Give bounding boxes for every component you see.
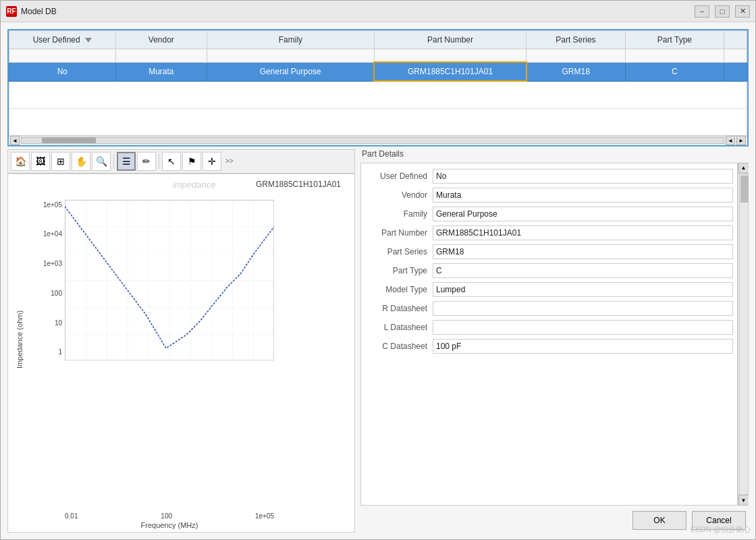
toolbar-list-btn[interactable]: ☰ <box>117 152 136 171</box>
toolbar-more[interactable]: >> <box>223 157 236 165</box>
svg-rect-1 <box>65 200 274 360</box>
value-model-type[interactable] <box>433 282 733 297</box>
filter-user-defined[interactable]: Filter <box>9 49 116 63</box>
col-header-family[interactable]: Family <box>207 31 374 49</box>
col-header-vendor[interactable]: Vendor <box>115 31 207 49</box>
x-tick-0: 0.01 <box>65 512 78 520</box>
value-r-datasheet[interactable] <box>433 301 733 316</box>
filter-part-type[interactable]: Filter <box>625 49 724 63</box>
label-part-number: Part Number <box>365 228 433 238</box>
scroll-right-arrow-1[interactable]: ◄ <box>726 136 735 145</box>
y-tick-5: 1 <box>31 348 62 356</box>
label-c-datasheet: C Datasheet <box>365 342 433 351</box>
toolbar-arrow-btn[interactable]: ↖ <box>162 152 181 171</box>
scroll-down-arrow[interactable]: ▼ <box>738 495 749 506</box>
value-family[interactable] <box>433 207 733 221</box>
toolbar-pen-btn[interactable]: ✏ <box>137 152 156 171</box>
empty-row-1 <box>9 81 747 108</box>
value-part-series[interactable] <box>433 244 733 259</box>
filter-part-number[interactable]: GRM1885C1H101 <box>374 49 526 63</box>
col-header-part-series[interactable]: Part Series <box>526 31 625 49</box>
filter-vendor[interactable]: Filter <box>115 49 207 63</box>
left-panel: 🏠 🖼 ⊞ ✋ 🔍 ☰ ✏ ↖ ⚑ ✛ >> impedance <box>7 149 355 533</box>
toolbar-separator-1 <box>113 154 114 169</box>
x-tick-2: 1e+05 <box>255 512 274 520</box>
toolbar-crosshair-btn[interactable]: ✛ <box>202 152 221 171</box>
window-title: Model DB <box>21 7 695 16</box>
app-icon: RF <box>6 6 17 17</box>
filter-icon <box>85 38 92 43</box>
y-axis-label: Impedance (ohm) <box>16 310 24 369</box>
toolbar-image-btn[interactable]: 🖼 <box>31 152 50 171</box>
right-panel: Part Details User Defined Vendor <box>360 149 749 533</box>
toolbar-home-btn[interactable]: 🏠 <box>11 152 30 171</box>
toolbar: 🏠 🖼 ⊞ ✋ 🔍 ☰ ✏ ↖ ⚑ ✛ >> <box>7 149 355 173</box>
table-header-row: User Defined Vendor Family Part Number <box>9 31 747 49</box>
label-vendor: Vendor <box>365 190 433 200</box>
data-table-section: User Defined Vendor Family Part Number <box>7 29 749 146</box>
filter-family-input[interactable]: Filter <box>211 51 370 59</box>
value-vendor[interactable] <box>433 188 733 202</box>
value-part-number[interactable] <box>433 225 733 240</box>
detail-row-part-series: Part Series <box>365 244 733 259</box>
value-c-datasheet[interactable] <box>433 339 733 354</box>
toolbar-hand-btn[interactable]: ✋ <box>72 152 90 171</box>
filter-part-number-input[interactable]: GRM1885C1H101 <box>379 51 522 59</box>
col-header-user-defined[interactable]: User Defined <box>9 31 116 49</box>
value-user-defined[interactable] <box>433 169 733 184</box>
graph-watermark-title: impedance <box>173 180 216 190</box>
table-horizontal-scrollbar[interactable]: ◄ ◄ ► <box>9 136 747 145</box>
y-tick-3: 100 <box>31 290 62 297</box>
cell-part-series: GRM18 <box>526 62 625 81</box>
detail-row-vendor: Vendor <box>365 188 733 202</box>
y-tick-0: 1e+05 <box>31 201 62 209</box>
v-scroll-track[interactable] <box>739 173 749 495</box>
ok-button[interactable]: OK <box>632 511 686 530</box>
cell-family: General Purpose <box>207 62 374 81</box>
y-tick-2: 1e+03 <box>31 260 62 267</box>
bottom-section: 🏠 🖼 ⊞ ✋ 🔍 ☰ ✏ ↖ ⚑ ✛ >> impedance <box>7 149 749 533</box>
part-details-header: Part Details <box>360 149 749 159</box>
filter-extra <box>724 49 747 63</box>
maximize-button[interactable]: □ <box>715 5 730 18</box>
col-header-part-number[interactable]: Part Number <box>374 31 526 49</box>
table-row[interactable]: No Murata General Purpose GRM1885C1H101J… <box>9 62 747 81</box>
value-part-type[interactable] <box>433 263 733 278</box>
graph-part-label: GRM1885C1H101JA01 <box>256 180 341 189</box>
detail-row-part-type: Part Type <box>365 263 733 278</box>
col-header-part-type[interactable]: Part Type <box>625 31 724 49</box>
minimize-button[interactable]: − <box>695 5 709 18</box>
toolbar-separator-2 <box>159 154 159 169</box>
label-r-datasheet: R Datasheet <box>365 304 433 313</box>
label-part-type: Part Type <box>365 266 433 275</box>
window-controls: − □ ✕ <box>695 5 750 18</box>
toolbar-zoom-btn[interactable]: 🔍 <box>92 152 111 171</box>
toolbar-grid-btn[interactable]: ⊞ <box>51 152 70 171</box>
detail-row-r-datasheet: R Datasheet <box>365 301 733 316</box>
filter-part-type-input[interactable]: Filter <box>630 51 720 59</box>
label-part-series: Part Series <box>365 247 433 256</box>
cell-part-number: GRM1885C1H101JA01 <box>374 62 526 81</box>
x-tick-1: 100 <box>161 512 172 520</box>
graph-container: impedance GRM1885C1H101JA01 Impedance (o… <box>7 173 355 533</box>
scroll-left-arrow[interactable]: ◄ <box>10 136 20 145</box>
filter-vendor-input[interactable]: Filter <box>120 51 202 59</box>
filter-row: Filter Filter Filter GRM1885C1H101 Filte <box>9 49 747 63</box>
filter-part-series-input[interactable]: Filter <box>531 51 620 59</box>
toolbar-flag-btn[interactable]: ⚑ <box>182 152 201 171</box>
scroll-up-arrow[interactable]: ▲ <box>738 163 749 173</box>
filter-family[interactable]: Filter <box>207 49 374 63</box>
data-table: User Defined Vendor Family Part Number <box>9 30 747 136</box>
y-axis-ticks: 1e+05 1e+04 1e+03 100 10 1 <box>31 201 62 356</box>
col-header-extra <box>724 31 747 49</box>
scroll-right-arrow-2[interactable]: ► <box>736 136 746 145</box>
detail-row-l-datasheet: L Datasheet <box>365 320 733 335</box>
h-scroll-track[interactable] <box>21 137 724 144</box>
filter-part-series[interactable]: Filter <box>526 49 625 63</box>
right-panel-scrollbar[interactable]: ▲ ▼ <box>738 163 749 506</box>
value-l-datasheet[interactable] <box>433 320 733 335</box>
close-button[interactable]: ✕ <box>735 5 750 18</box>
filter-user-defined-input[interactable]: Filter <box>14 51 111 59</box>
details-scroll-container: User Defined Vendor Family Part Num <box>360 163 749 506</box>
empty-row-2 <box>9 108 747 135</box>
